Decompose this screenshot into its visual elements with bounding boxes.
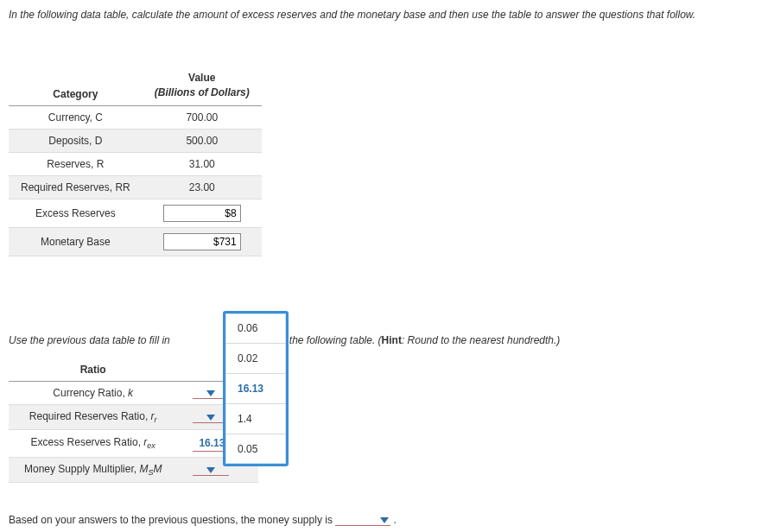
row-value: 31.00 — [143, 152, 262, 175]
table-row: Monetary Base — [9, 227, 262, 256]
dropdown-selected-value: 16.13 — [199, 437, 225, 449]
chevron-down-icon — [380, 517, 389, 523]
row-label: Required Reserves, RR — [9, 175, 143, 199]
chevron-down-icon — [206, 467, 215, 473]
dropdown-option[interactable]: 0.05 — [225, 434, 286, 464]
mid-instruction: Use the previous data table to fill in i… — [9, 334, 765, 346]
table-row: Currency, C 700.00 — [9, 105, 262, 129]
row-value: 700.00 — [143, 105, 262, 129]
mid-c: : Round to the nearest hundredth.) — [402, 334, 560, 346]
table-row: Money Supply Multiplier, MSM — [9, 457, 258, 482]
table-row: Excess Reserves Ratio, rex 16.13 — [9, 429, 258, 457]
table-row: Deposits, D 500.00 — [9, 129, 262, 152]
ratio-label-k: Currency Ratio, k — [9, 381, 177, 404]
values-table: Category Value (Billions of Dollars) Cur… — [9, 66, 262, 256]
excess-reserves-input[interactable] — [163, 205, 241, 222]
chevron-down-icon — [206, 415, 215, 421]
chevron-down-icon — [206, 390, 215, 396]
dropdown-option[interactable]: 0.06 — [225, 314, 286, 344]
final-text: Based on your answers to the previous qu… — [9, 514, 333, 526]
dropdown-panel[interactable]: 0.06 0.02 16.13 1.4 0.05 — [223, 311, 289, 466]
money-multiplier-dropdown[interactable] — [193, 466, 229, 476]
row-label-excess: Excess Reserves — [9, 199, 143, 227]
col-header-category: Category — [9, 66, 143, 105]
row-value: 23.00 — [143, 175, 262, 199]
row-label: Deposits, D — [9, 129, 143, 152]
table-row: Required Reserves, RR 23.00 — [9, 175, 262, 199]
ratio-label-rex: Excess Reserves Ratio, rex — [9, 429, 177, 457]
value-header-top: Value — [155, 71, 250, 86]
dropdown-option-selected[interactable]: 16.13 — [225, 374, 286, 404]
excess-reserves-cell — [143, 199, 262, 227]
table-row: Required Reserves Ratio, rr — [9, 404, 258, 429]
value-header-sub: (Billions of Dollars) — [155, 86, 250, 100]
table-row: Reserves, R 31.00 — [9, 152, 262, 175]
row-label-mbase: Monetary Base — [9, 227, 143, 256]
col-header-value: Value (Billions of Dollars) — [143, 66, 262, 105]
ratio-table: Ratio Currency Ratio, k Required Reserve… — [9, 358, 258, 484]
ratio-label-msm: Money Supply Multiplier, MSM — [9, 457, 177, 482]
mid-a: Use the previous data table to fill in — [9, 334, 170, 346]
row-value: 500.00 — [143, 129, 262, 152]
ratio-header: Ratio — [9, 358, 177, 382]
monetary-base-cell — [143, 227, 262, 256]
table-row: Excess Reserves — [9, 199, 262, 227]
row-label: Reserves, R — [9, 152, 143, 175]
table-row: Currency Ratio, k — [9, 381, 258, 404]
intro-text: In the following data table, calculate t… — [9, 7, 765, 22]
money-supply-dropdown[interactable] — [335, 517, 390, 526]
dropdown-option[interactable]: 1.4 — [225, 404, 286, 434]
final-period: . — [394, 514, 397, 526]
ratio-label-rr: Required Reserves Ratio, rr — [9, 404, 177, 429]
final-question: Based on your answers to the previous qu… — [9, 514, 765, 526]
mid-hint: Hint — [382, 334, 402, 346]
row-label: Currency, C — [9, 105, 143, 129]
monetary-base-input[interactable] — [163, 233, 241, 250]
dropdown-option[interactable]: 0.02 — [225, 344, 286, 374]
